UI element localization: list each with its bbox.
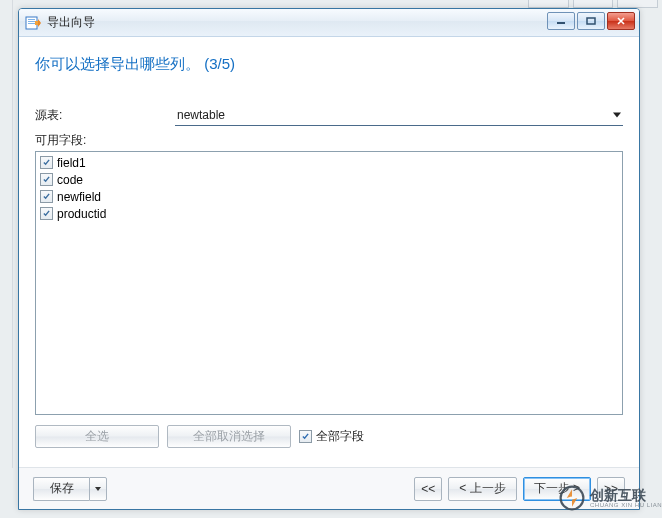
checkbox-icon	[299, 430, 312, 443]
source-table-value: newtable	[177, 108, 225, 122]
first-page-button[interactable]: <<	[414, 477, 442, 501]
checkbox-icon[interactable]	[40, 207, 53, 220]
save-button[interactable]: 保存	[33, 477, 89, 501]
save-dropdown-button[interactable]	[89, 477, 107, 501]
prev-button[interactable]: < 上一步	[448, 477, 516, 501]
deselect-all-button[interactable]: 全部取消选择	[167, 425, 291, 448]
window-controls	[547, 12, 635, 30]
svg-rect-3	[28, 23, 35, 24]
titlebar[interactable]: 导出向导	[19, 9, 639, 37]
field-name: field1	[57, 156, 86, 170]
available-fields-list[interactable]: field1 code newfield productid	[35, 151, 623, 415]
source-row: 源表: newtable	[35, 104, 623, 126]
selection-row: 全选 全部取消选择 全部字段	[35, 423, 623, 449]
svg-rect-4	[557, 22, 565, 24]
bg-divider	[12, 0, 13, 468]
list-item[interactable]: productid	[40, 205, 618, 222]
select-all-button[interactable]: 全选	[35, 425, 159, 448]
wizard-footer: 保存 << < 上一步 下一步 > >>	[19, 467, 639, 509]
app-icon	[25, 15, 41, 31]
svg-rect-1	[28, 19, 35, 20]
save-split-button[interactable]: 保存	[33, 477, 107, 501]
field-name: code	[57, 173, 83, 187]
field-name: productid	[57, 207, 106, 221]
maximize-button[interactable]	[577, 12, 605, 30]
all-fields-label: 全部字段	[316, 428, 364, 445]
checkbox-icon[interactable]	[40, 190, 53, 203]
available-fields-label: 可用字段:	[35, 132, 623, 149]
window-title: 导出向导	[47, 14, 95, 31]
svg-rect-5	[587, 18, 595, 24]
bg-toolbar-fragment	[528, 0, 658, 8]
list-item[interactable]: field1	[40, 154, 618, 171]
next-button[interactable]: 下一步 >	[523, 477, 591, 501]
source-table-combo[interactable]: newtable	[175, 104, 623, 126]
svg-rect-2	[28, 21, 35, 22]
source-label: 源表:	[35, 107, 175, 124]
field-name: newfield	[57, 190, 101, 204]
list-item[interactable]: code	[40, 171, 618, 188]
all-fields-checkbox[interactable]: 全部字段	[299, 428, 364, 445]
chevron-down-icon	[613, 112, 621, 117]
last-page-button[interactable]: >>	[597, 477, 625, 501]
page-heading: 你可以选择导出哪些列。 (3/5)	[35, 55, 623, 74]
export-wizard-window: 导出向导 你可以选择导出哪些列。 (3/5) 源表: newtable 可用字段…	[18, 8, 640, 510]
content-area: 你可以选择导出哪些列。 (3/5) 源表: newtable 可用字段: fie…	[19, 37, 639, 509]
checkbox-icon[interactable]	[40, 173, 53, 186]
checkbox-icon[interactable]	[40, 156, 53, 169]
list-item[interactable]: newfield	[40, 188, 618, 205]
minimize-button[interactable]	[547, 12, 575, 30]
chevron-down-icon	[95, 487, 101, 491]
close-button[interactable]	[607, 12, 635, 30]
